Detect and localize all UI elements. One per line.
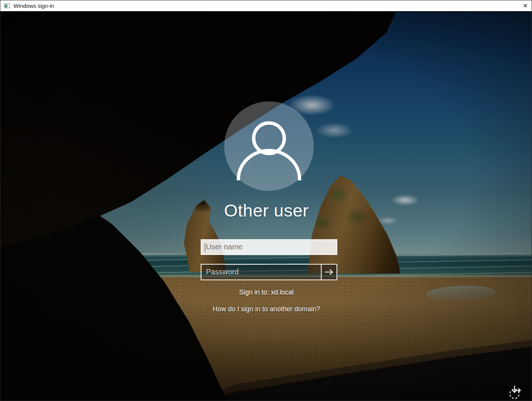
windows-sign-in-window: Windows sign-in ✕ Other user [0,0,532,401]
password-input[interactable] [201,265,321,280]
window-title: Windows sign-in [13,0,54,12]
close-button[interactable]: ✕ [519,0,532,11]
titlebar[interactable]: Windows sign-in ✕ [0,0,532,12]
arrow-right-icon [324,268,334,276]
close-icon: ✕ [523,2,528,9]
submit-button[interactable] [321,265,337,280]
dashed-circle-arrows-icon [508,384,523,400]
domain-help-link[interactable]: How do I sign in to another domain? [0,305,532,313]
sign-in-options-button[interactable] [507,383,524,401]
username-field[interactable] [201,239,337,255]
avatar [224,101,314,191]
username-input[interactable] [201,240,337,254]
text-caret [205,243,205,252]
user-display-name: Other user [0,200,532,221]
person-icon [224,101,314,191]
domain-info: Sign in to: xd.local [0,288,532,296]
password-field[interactable] [201,264,337,280]
app-window-icon [4,3,10,8]
sign-in-panel: Other user Sign in to: xd.local How do I… [0,12,532,401]
